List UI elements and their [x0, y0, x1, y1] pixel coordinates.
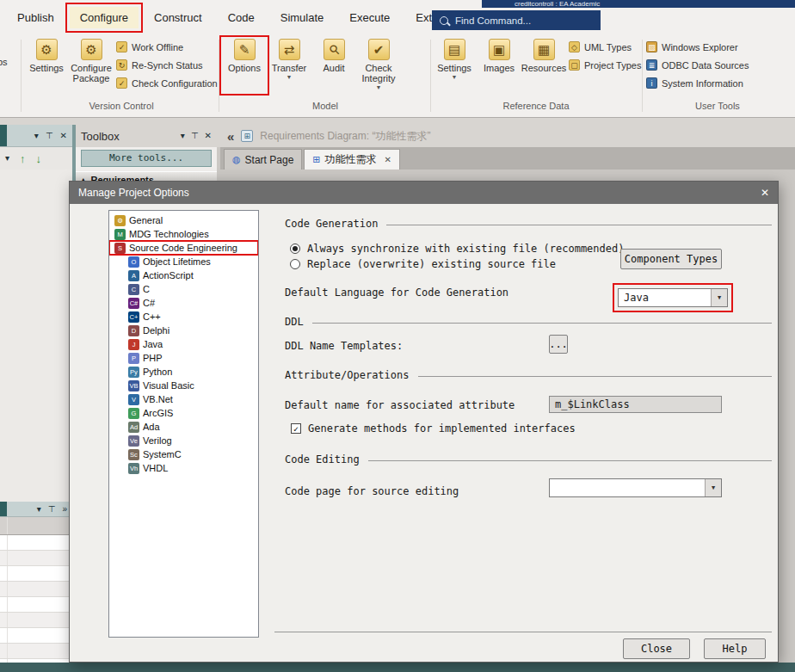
tree-item-verilog[interactable]: VeVerilog [109, 434, 258, 447]
resources-icon: ▦ [533, 39, 555, 60]
ddl-templates-browse-button[interactable]: ... [549, 335, 568, 354]
chevron-down-icon[interactable]: ▾ [5, 154, 9, 163]
status-bar [0, 663, 795, 672]
ribbon-button-resources[interactable]: ▦Resources [521, 38, 566, 93]
tree-item-c[interactable]: C+C++ [109, 310, 258, 324]
tree-item-mdg-technologies[interactable]: MMDG Technologies [109, 227, 258, 241]
images-icon: ▣ [489, 39, 510, 60]
ribbon-button-settings[interactable]: ⚙Settings [24, 38, 69, 93]
settings-icon: ▤ [444, 39, 465, 60]
grid-header-row [0, 517, 72, 535]
tree-item-object-lifetimes[interactable]: OObject Lifetimes [109, 255, 258, 268]
component-types-button[interactable]: Component Types [620, 249, 722, 269]
ribbon-item-system-information[interactable]: iSystem Information [646, 77, 749, 89]
tree-item-label: C [143, 284, 150, 294]
tree-item-label: SystemC [143, 449, 182, 459]
ribbon-button-images[interactable]: ▣Images [477, 38, 521, 93]
ribbon-tab-code[interactable]: Code [218, 7, 265, 28]
ribbon-tab-simulate[interactable]: Simulate [270, 7, 335, 28]
group-separator [21, 40, 22, 112]
radio-replace-overwrite[interactable]: Replace (overwrite) existing source file [290, 258, 556, 270]
chevron-down-icon[interactable]: ▾ [34, 132, 39, 140]
ribbon-tab-execute[interactable]: Execute [339, 7, 400, 28]
code-page-label: Code page for source editing [285, 485, 459, 497]
panel-accent-block [0, 125, 7, 146]
document-tab-功能性需求[interactable]: ⊞功能性需求✕ [304, 149, 400, 170]
tree-item-php[interactable]: PPHP [109, 351, 258, 365]
ribbon-item-project-types[interactable]: ▢Project Types▼ [569, 59, 651, 71]
ribbon-button-check-integrity[interactable]: ✔Check Integrity▼ [356, 38, 401, 93]
collapse-left-icon[interactable]: « [227, 129, 234, 144]
visual-basic-icon: VB [128, 380, 139, 391]
ribbon-tab-configure[interactable]: Configure [70, 7, 139, 28]
ribbon-item-work-offline[interactable]: ✓Work Offline [116, 41, 218, 52]
tree-item-general[interactable]: ⚙General [109, 213, 258, 227]
dialog-title-bar[interactable]: Manage Project Options ✕ [70, 182, 778, 204]
ribbon-item-re-synch-status[interactable]: ↻Re-Synch Status [116, 59, 218, 71]
chevron-down-icon[interactable]: ▾ [181, 132, 185, 140]
ribbon-button-options[interactable]: ✎Options [222, 38, 267, 93]
chevron-down-icon[interactable]: ▾ [37, 505, 41, 514]
manage-project-options-dialog: Manage Project Options ✕ ⚙GeneralMMDG Te… [69, 181, 779, 663]
close-tab-icon[interactable]: ✕ [385, 155, 391, 164]
tree-item-vb-net[interactable]: VVB.Net [109, 392, 258, 406]
tree-item-c[interactable]: CC [109, 282, 258, 296]
section-label: Code Editing [285, 453, 360, 465]
tree-item-c[interactable]: C#C# [109, 296, 258, 310]
checkbox[interactable]: ✓ [291, 423, 301, 434]
ribbon-item-check-configuration[interactable]: ✓Check Configuration [116, 77, 218, 89]
tree-item-source-code-engineering[interactable]: SSource Code Engineering [109, 241, 258, 255]
help-button[interactable]: Help [704, 638, 766, 659]
close-icon[interactable]: ✕ [761, 187, 769, 199]
pin-icon[interactable]: ⊤ [191, 132, 199, 140]
tree-item-actionscript[interactable]: AActionScript [109, 268, 258, 282]
radio-dot[interactable] [290, 259, 300, 269]
ribbon-tab-publish[interactable]: Publish [7, 7, 65, 28]
tree-item-label: Ada [143, 422, 160, 432]
radio-dot[interactable] [290, 244, 300, 254]
close-icon[interactable]: ✕ [60, 132, 67, 140]
default-attribute-name-field[interactable]: m_$LinkClass [549, 396, 722, 413]
ribbon-item-odbc-data-sources[interactable]: ≣ODBC Data Sources [646, 59, 749, 71]
tree-item-label: Verilog [143, 435, 172, 446]
close-button[interactable]: Close [623, 638, 690, 659]
tree-item-ada[interactable]: AdAda [109, 420, 258, 434]
default-language-dropdown[interactable]: Java ▼ [618, 288, 728, 307]
radio-always-synchronize[interactable]: Always synchronize with existing file (r… [290, 243, 624, 255]
ribbon-button-audit[interactable]: ⚲Audit [311, 38, 356, 93]
ribbon-button-configure-package[interactable]: ⚙Configure Package [69, 38, 114, 93]
tree-item-vhdl[interactable]: VhVHDL [109, 461, 258, 475]
tab-label: Start Page [245, 154, 294, 166]
tree-item-visual-basic[interactable]: VBVisual Basic [109, 379, 258, 392]
uml-types-icon: ◇ [569, 41, 580, 52]
left-panel-header: ▾ ⊤ ✕ [0, 125, 72, 147]
ribbon-button-transfer[interactable]: ⇄Transfer▼ [267, 38, 311, 93]
footer-rule [274, 632, 772, 632]
overflow-icon[interactable]: » [62, 505, 67, 514]
tree-item-delphi[interactable]: DDelphi [109, 324, 258, 337]
ribbon-clipped-group-fragment: ps [0, 57, 16, 67]
source-code-engineering-icon: S [114, 243, 126, 254]
navigate-down-icon[interactable]: ↓ [36, 153, 42, 164]
ribbon-item-uml-types[interactable]: ◇UML Types [569, 41, 651, 52]
find-command-box[interactable]: Find Command... [432, 10, 601, 30]
tree-item-label: Java [143, 339, 163, 349]
pin-icon[interactable]: ⊤ [48, 505, 56, 514]
tree-item-arcgis[interactable]: GArcGIS [109, 406, 258, 420]
tree-item-systemc[interactable]: ScSystemC [109, 447, 258, 461]
generate-methods-checkbox-row[interactable]: ✓ Generate methods for implemented inter… [291, 422, 576, 435]
document-tab-start-page[interactable]: ◍Start Page [224, 149, 302, 170]
ribbon-item-windows-explorer[interactable]: ▨Windows Explorer [646, 41, 749, 52]
python-icon: Py [128, 367, 139, 378]
tree-item-java[interactable]: JJava [109, 337, 258, 351]
code-page-dropdown[interactable]: ▼ [549, 478, 722, 497]
navigate-up-icon[interactable]: ↑ [20, 153, 26, 164]
section-rule [418, 376, 773, 381]
close-icon[interactable]: ✕ [205, 132, 212, 140]
tree-item-label: Delphi [143, 325, 169, 336]
tree-item-python[interactable]: PyPython [109, 365, 258, 379]
more-tools-selector[interactable]: More tools... [81, 150, 212, 167]
ribbon-tab-construct[interactable]: Construct [144, 7, 213, 28]
pin-icon[interactable]: ⊤ [46, 132, 53, 140]
ribbon-button-settings[interactable]: ▤Settings▼ [432, 38, 477, 93]
